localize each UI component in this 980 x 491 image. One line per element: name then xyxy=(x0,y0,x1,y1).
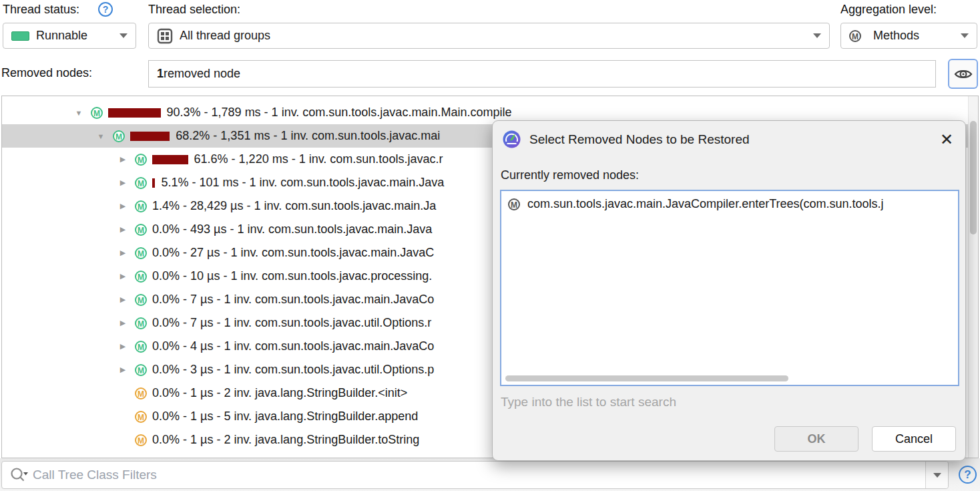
method-icon: M xyxy=(135,411,147,423)
visualvm-logo-icon xyxy=(503,130,521,148)
expander-icon[interactable]: ▶ xyxy=(116,249,130,257)
list-item-label: com.sun.tools.javac.main.JavaCompiler.en… xyxy=(527,197,884,211)
thread-selection-dropdown[interactable]: All thread groups xyxy=(148,23,830,49)
expander-icon[interactable]: ▼ xyxy=(94,132,107,140)
expander-icon[interactable]: ▶ xyxy=(116,319,130,327)
horizontal-scrollbar-thumb[interactable] xyxy=(505,375,788,381)
method-icon: M xyxy=(135,341,147,353)
expander-icon[interactable]: ▶ xyxy=(116,155,130,164)
expander-icon[interactable]: ▶ xyxy=(116,365,130,374)
show-removed-nodes-button[interactable] xyxy=(948,59,978,89)
filter-bar xyxy=(1,461,949,489)
method-icon: M xyxy=(91,107,103,119)
list-item[interactable]: M com.sun.tools.javac.main.JavaCompiler.… xyxy=(501,191,958,217)
removed-nodes-list[interactable]: M com.sun.tools.javac.main.JavaCompiler.… xyxy=(500,190,959,386)
vertical-scrollbar[interactable] xyxy=(968,96,978,458)
time-bar-icon xyxy=(152,155,188,164)
dialog-title: Select Removed Nodes to be Restored xyxy=(529,132,931,147)
chevron-down-icon xyxy=(119,33,128,38)
method-icon: M xyxy=(135,200,147,212)
method-icon: M xyxy=(508,198,520,210)
row-label: 0.0% - 1 µs - 2 inv. java.lang.StringBui… xyxy=(152,386,407,400)
row-label: 0.0% - 10 µs - 1 inv. com.sun.tools.java… xyxy=(152,269,432,283)
method-icon: M xyxy=(135,317,147,329)
time-bar-icon xyxy=(130,132,170,141)
row-label: 0.0% - 27 µs - 1 inv. com.sun.tools.java… xyxy=(152,246,434,260)
chevron-down-icon xyxy=(961,33,969,38)
expander-icon[interactable]: ▼ xyxy=(72,109,85,117)
runnable-color-swatch xyxy=(11,31,29,41)
row-label: 0.0% - 7 µs - 1 inv. com.sun.tools.javac… xyxy=(152,316,431,330)
thread-status-dropdown[interactable]: Runnable xyxy=(3,23,136,49)
row-label: 0.0% - 1 µs - 2 inv. java.lang.StringBui… xyxy=(152,433,419,447)
time-bar-icon xyxy=(108,108,161,118)
row-label: 0.0% - 7 µs - 1 inv. com.sun.tools.javac… xyxy=(152,293,434,307)
thread-status-label: Thread status: xyxy=(3,3,79,17)
method-icon: M xyxy=(113,130,125,142)
removed-nodes-items: M com.sun.tools.javac.main.JavaCompiler.… xyxy=(501,191,958,217)
row-label: 68.2% - 1,351 ms - 1 inv. com.sun.tools.… xyxy=(176,129,440,143)
row-label: 1.4% - 28,429 µs - 1 inv. com.sun.tools.… xyxy=(152,199,436,213)
expander-icon[interactable]: ▶ xyxy=(116,295,130,304)
row-label: 0.0% - 493 µs - 1 inv. com.sun.tools.jav… xyxy=(152,222,432,236)
list-search-hint: Type into the list to start search xyxy=(501,395,676,410)
method-icon: M xyxy=(135,434,147,446)
method-icon: M xyxy=(135,224,147,236)
row-label: 5.1% - 101 ms - 1 inv. com.sun.tools.jav… xyxy=(161,176,444,190)
method-icon: M xyxy=(135,154,147,166)
cancel-button[interactable]: Cancel xyxy=(872,426,956,452)
expander-icon[interactable]: ▶ xyxy=(116,202,130,210)
filter-help-icon[interactable]: ? xyxy=(959,466,977,484)
expander-icon[interactable]: ▶ xyxy=(116,342,130,351)
method-icon: M xyxy=(135,294,147,306)
thread-groups-icon xyxy=(157,28,173,44)
eye-icon xyxy=(954,65,973,84)
filter-options-button[interactable] xyxy=(925,462,948,488)
ok-button[interactable]: OK xyxy=(774,426,859,452)
removed-nodes-count: 1 xyxy=(157,67,164,81)
expander-icon[interactable]: ▶ xyxy=(116,225,130,234)
method-icon: M xyxy=(135,247,147,259)
search-icon[interactable] xyxy=(2,466,33,484)
method-icon: M xyxy=(135,387,147,399)
method-icon: M xyxy=(135,271,147,283)
expander-icon[interactable]: ▶ xyxy=(116,272,130,281)
row-label: 0.0% - 4 µs - 1 inv. com.sun.tools.javac… xyxy=(152,339,434,353)
expander-icon[interactable]: ▶ xyxy=(116,178,130,187)
thread-status-help-icon[interactable]: ? xyxy=(98,2,113,17)
removed-nodes-field[interactable]: 1 removed node xyxy=(148,60,936,88)
time-bar-icon xyxy=(152,178,155,188)
method-icon: M xyxy=(135,364,147,376)
removed-nodes-list-label: Currently removed nodes: xyxy=(501,168,965,182)
chevron-down-icon xyxy=(813,33,821,38)
vertical-scrollbar-thumb[interactable] xyxy=(970,121,977,234)
profiler-window: Thread status: ? Thread selection: Aggre… xyxy=(0,0,980,491)
aggregation-dropdown[interactable]: M Methods xyxy=(840,23,977,49)
close-icon[interactable]: ✕ xyxy=(940,132,953,147)
method-icon: M xyxy=(135,177,147,189)
row-label: 90.3% - 1,789 ms - 1 inv. com.sun.tools.… xyxy=(167,106,512,120)
thread-status-value: Runnable xyxy=(36,29,87,43)
restore-nodes-dialog: Select Removed Nodes to be Restored ✕ Cu… xyxy=(492,120,966,461)
thread-selection-value: All thread groups xyxy=(180,29,270,43)
methods-icon: M xyxy=(849,30,861,42)
call-tree-filter-input[interactable] xyxy=(33,462,925,488)
removed-nodes-label: Removed nodes: xyxy=(1,66,92,80)
aggregation-value: Methods xyxy=(873,29,919,43)
removed-nodes-suffix: removed node xyxy=(164,67,240,81)
row-label: 61.6% - 1,220 ms - 1 inv. com.sun.tools.… xyxy=(194,152,443,166)
thread-selection-label: Thread selection: xyxy=(148,3,240,17)
row-label: 0.0% - 1 µs - 5 inv. java.lang.StringBui… xyxy=(152,410,418,424)
row-label: 0.0% - 3 µs - 1 inv. com.sun.tools.javac… xyxy=(152,363,434,377)
aggregation-level-label: Aggregation level: xyxy=(840,3,937,17)
